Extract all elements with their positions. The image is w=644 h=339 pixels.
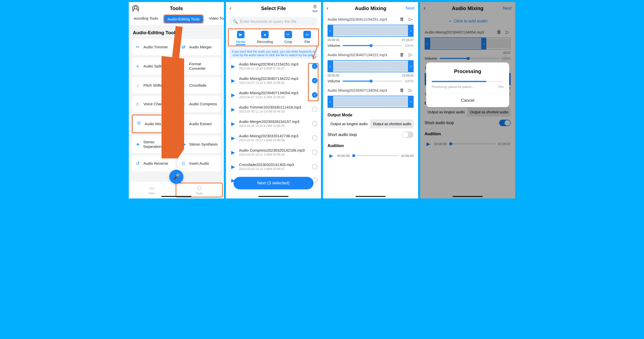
mic-fab[interactable]: 🎤	[169, 170, 183, 184]
tool-audio-mix[interactable]: ᧬Audio Mix	[133, 116, 174, 132]
delete-icon[interactable]: 🗑	[496, 29, 502, 35]
waveform[interactable]	[333, 60, 409, 72]
tool-audio-compress[interactable]: ⎘Audio Compress	[178, 96, 221, 112]
back-icon[interactable]: ‹	[424, 5, 425, 12]
file-row[interactable]: ▶Audio Mixing20230412154251.mp32023-04-1…	[229, 59, 317, 73]
tool-pitch-shifter[interactable]: ⟂Pitch Shifter	[132, 77, 175, 93]
output-mode-label: Output Mode	[323, 110, 418, 119]
volume-slider[interactable]	[343, 81, 402, 82]
audition-slider[interactable]	[352, 155, 398, 156]
audition-slider[interactable]	[450, 143, 496, 144]
waveform[interactable]	[333, 96, 409, 108]
trim-right-icon[interactable]: ›	[481, 38, 486, 50]
play-icon[interactable]: ▶	[425, 140, 432, 147]
seg-longest[interactable]: Output as longest audio	[425, 108, 468, 117]
delete-icon[interactable]: 🗑	[399, 52, 405, 58]
tool-stereo-separation[interactable]: 🕩Stereo Separation	[132, 136, 175, 153]
play-icon[interactable]: ▶	[229, 163, 236, 170]
file-meta: 2023-04-12 15:43 6.85M 07:28.07	[239, 67, 309, 70]
select-checkbox[interactable]: ✓	[312, 63, 317, 69]
select-checkbox[interactable]	[312, 121, 317, 126]
tab-video[interactable]: Video Tools	[206, 15, 224, 23]
select-checkbox[interactable]: ✓	[312, 78, 317, 83]
waveform-selected[interactable]	[430, 38, 481, 50]
tool-audio-merger[interactable]: ⇄Audio Merger	[178, 39, 221, 55]
tool-insert-audio[interactable]: ⎙Insert Audio	[178, 155, 221, 172]
file-row[interactable]: ▶Audio Mixing20230320142738.mp32023-03-2…	[229, 131, 317, 145]
file-row[interactable]: ▶Crossfade20230320141303.mp32023-03-20 1…	[229, 159, 317, 174]
play-icon[interactable]: ▶	[229, 120, 236, 127]
next-button[interactable]: Next (3 selected)	[233, 177, 313, 189]
src-tab-media[interactable]: ▶Media	[236, 31, 246, 45]
play-icon[interactable]: ▶	[229, 63, 236, 70]
profile-icon[interactable]	[132, 5, 139, 12]
src-tab-file[interactable]: ▭File	[303, 31, 311, 45]
tool-audio-trimmer[interactable]: ✂Audio Trimmer	[132, 39, 175, 55]
volume-slider[interactable]	[440, 58, 499, 59]
tools-icon: ⬡	[197, 185, 202, 191]
play-icon[interactable]: ▶	[229, 134, 236, 142]
file-row[interactable]: ▶Audio Compress20230320142106.mp32023-03…	[229, 145, 317, 159]
trim-right-icon[interactable]: ›	[409, 96, 414, 108]
back-icon[interactable]: ‹	[327, 5, 328, 12]
play-icon[interactable]: ▶	[229, 77, 236, 84]
tab-audio-editing[interactable]: Audio-Editing Tools	[164, 15, 203, 23]
play-icon[interactable]: ▶	[229, 91, 236, 98]
play-icon[interactable]: ▷	[408, 52, 414, 58]
tool-audio-reverse[interactable]: ↺Audio Reverse	[132, 155, 175, 172]
src-tab-recording[interactable]: ●Recording	[257, 31, 273, 45]
loop-toggle[interactable]	[402, 131, 414, 138]
delete-icon[interactable]: 🗑	[399, 87, 405, 93]
play-icon[interactable]: ▷	[505, 29, 511, 35]
waveform-rest[interactable]	[486, 38, 511, 50]
next-link[interactable]: Next	[503, 6, 512, 11]
tool-audio-splitter[interactable]: ⎆Audio Splitter	[132, 58, 175, 75]
seg-shortest[interactable]: Output as shortest audio	[468, 108, 511, 117]
delete-icon[interactable]: 🗑	[399, 16, 405, 22]
nav-tools[interactable]: ⬡ Tools	[176, 183, 223, 197]
file-row[interactable]: ▶Audio Mixing20230407134054.mp32023-04-0…	[229, 88, 317, 102]
track-name: Audio Mixing20230407134054.mp3	[328, 88, 396, 92]
tool-label: Stereo Separation	[143, 140, 173, 149]
play-icon[interactable]: ▷	[408, 87, 414, 93]
select-checkbox[interactable]	[312, 150, 317, 155]
cancel-button[interactable]: Cancel	[426, 94, 509, 107]
seg-longest[interactable]: Output as longest audio	[328, 119, 371, 128]
loop-toggle[interactable]	[499, 120, 511, 126]
trim-right-icon[interactable]: ›	[409, 60, 414, 72]
file-row[interactable]: ▶Audio Trimmer20230330111418.mp32023-03-…	[229, 102, 317, 116]
tool-label: Stereo Synthesis	[189, 142, 218, 147]
waveform[interactable]	[333, 25, 409, 37]
tool-format-converter[interactable]: ⇪Format Converter	[178, 58, 221, 75]
back-icon[interactable]: ‹	[229, 5, 231, 12]
tool-voice-changer[interactable]: ⎌Voice Changer	[132, 96, 175, 112]
trim-right-icon[interactable]: ›	[409, 25, 414, 37]
select-checkbox[interactable]	[312, 164, 317, 170]
play-icon[interactable]: ▷	[408, 16, 414, 22]
trim-left-icon[interactable]: ‹	[328, 60, 333, 72]
tool-audio-extract[interactable]: ♪Audio Extract	[178, 115, 221, 133]
play-icon[interactable]: ▶	[229, 106, 236, 113]
tool-label: Audio Merger	[189, 45, 212, 49]
sort-button[interactable]: ☰ Sort	[312, 4, 317, 13]
src-tab-crop[interactable]: ✂Crop	[284, 31, 292, 45]
select-checkbox[interactable]	[312, 135, 317, 141]
trim-left-icon[interactable]: ‹	[328, 96, 333, 108]
search-input[interactable]: 🔍 Enter keywords to query the file	[229, 17, 317, 26]
select-checkbox[interactable]	[312, 107, 317, 112]
play-icon[interactable]: ▶	[328, 152, 335, 159]
select-checkbox[interactable]: ✓	[312, 92, 317, 98]
seg-shortest[interactable]: Output as shortest audio	[371, 119, 414, 128]
file-row[interactable]: ▶Audio Merger20230328154157.mp32023-03-2…	[229, 116, 317, 131]
file-row[interactable]: ▶Audio Mixing20230407134222.mp32023-04-0…	[229, 73, 317, 88]
tab-recording[interactable]: ecording Tools	[131, 15, 161, 23]
trim-left-icon[interactable]: ‹	[328, 25, 333, 37]
tool-stereo-synthesis[interactable]: 🕪Stereo Synthesis	[178, 136, 221, 153]
volume-slider[interactable]	[343, 45, 402, 46]
tool-crossfade[interactable]: ◌Crossfade	[178, 77, 221, 93]
hint-text: If you can't find the audio you want, yo…	[229, 48, 317, 58]
trim-left-icon[interactable]: ‹	[425, 38, 430, 50]
play-icon[interactable]: ▶	[229, 149, 236, 156]
add-audio-button[interactable]: ＋ Click to add audio	[420, 15, 515, 27]
next-link[interactable]: Next	[406, 6, 415, 11]
